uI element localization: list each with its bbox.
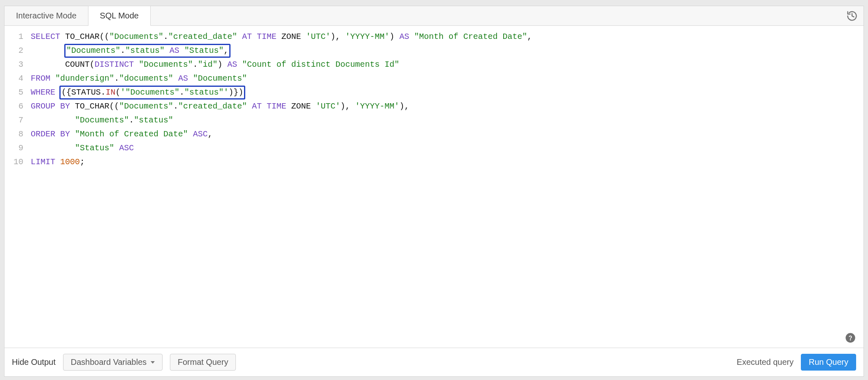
kw-select: SELECT	[31, 32, 60, 41]
tab-interactive-mode[interactable]: Interactive Mode	[5, 6, 88, 25]
help-icon[interactable]	[845, 332, 856, 344]
quote: '	[120, 88, 125, 97]
ident: "dundersign"	[55, 74, 114, 83]
kw: AT	[252, 102, 262, 111]
caret-down-icon	[151, 361, 155, 364]
paren: )	[228, 88, 233, 97]
ident: "id"	[198, 60, 217, 69]
quote: '	[224, 88, 228, 97]
string: 'YYYY-MM'	[355, 102, 399, 111]
dot: .	[114, 74, 119, 83]
code-line: 2 "Documents"."status" AS "Status",	[5, 44, 863, 58]
line-number: 2	[5, 44, 31, 58]
ident: "Documents"	[125, 88, 179, 97]
code-line: 4 FROM "dundersign"."documents" AS "Docu…	[5, 72, 863, 86]
semicolon: ;	[80, 157, 85, 167]
editor-panel: Interactive Mode SQL Mode 1 SELECT TO_CH…	[4, 6, 864, 377]
kw-asc: ASC	[119, 143, 134, 153]
line-number: 4	[5, 72, 31, 86]
comma: ,	[345, 102, 350, 111]
kw: ZONE	[281, 32, 301, 41]
kw-where: WHERE	[31, 88, 55, 97]
run-query-button[interactable]: Run Query	[801, 354, 856, 371]
line-number: 1	[5, 30, 31, 44]
editor-footer: Hide Output Dashboard Variables Format Q…	[5, 348, 863, 376]
ident: "status"	[125, 46, 165, 55]
kw: AS	[170, 46, 179, 55]
code-line: 10 LIMIT 1000;	[5, 155, 863, 169]
executed-query-link[interactable]: Executed query	[737, 357, 793, 367]
ident: "documents"	[119, 74, 173, 83]
ident: "status"	[184, 88, 224, 97]
ident: "Documents"	[66, 46, 120, 55]
paren: ((	[109, 102, 119, 111]
kw-by: BY	[60, 129, 70, 139]
ident: "Documents"	[75, 115, 129, 125]
kw-from: FROM	[31, 74, 50, 83]
ident: "Month of Created Date"	[414, 32, 527, 41]
ident: "Month of Created Date"	[75, 129, 188, 139]
ident: "Documents"	[193, 74, 247, 83]
kw: AT	[242, 32, 252, 41]
dashboard-variables-button[interactable]: Dashboard Variables	[63, 354, 163, 371]
paren: (	[61, 88, 66, 97]
string: 'UTC'	[306, 32, 330, 41]
line-number: 9	[5, 141, 31, 155]
comma: ,	[335, 32, 340, 41]
hide-output-link[interactable]: Hide Output	[12, 357, 56, 367]
dot: .	[101, 88, 106, 97]
kw: TIME	[257, 32, 276, 41]
ident: "Status"	[75, 143, 114, 153]
paren: (	[115, 88, 120, 97]
dot: .	[173, 102, 178, 111]
format-query-button[interactable]: Format Query	[170, 354, 236, 371]
ident: "Count of distinct Documents Id"	[242, 60, 399, 69]
paren: )	[217, 60, 222, 69]
line-number: 5	[5, 86, 31, 100]
paren: )	[330, 32, 335, 41]
history-icon[interactable]	[846, 10, 858, 22]
kw-group: GROUP	[31, 102, 55, 111]
paren: )	[399, 102, 404, 111]
kw: AS	[178, 74, 188, 83]
tab-sql-mode[interactable]: SQL Mode	[88, 6, 151, 26]
ident: "created_date"	[168, 32, 237, 41]
dot: .	[193, 60, 198, 69]
string: 'UTC'	[316, 102, 340, 111]
line-number: 7	[5, 113, 31, 127]
kw: DISTINCT	[95, 60, 134, 69]
brace: {	[66, 88, 71, 97]
kw: ZONE	[291, 102, 311, 111]
fn-tochar: TO_CHAR	[65, 32, 99, 41]
dot: .	[120, 46, 125, 55]
dot: .	[129, 115, 134, 125]
paren: )	[238, 88, 243, 97]
fn-count: COUNT	[65, 60, 90, 69]
highlight-box: ({STATUS.IN('"Documents"."status"')})	[59, 86, 245, 100]
dot: .	[163, 32, 168, 41]
kw-limit: LIMIT	[31, 157, 55, 167]
string: 'YYYY-MM'	[345, 32, 389, 41]
code-line: 3 COUNT(DISTINCT "Documents"."id") AS "C…	[5, 58, 863, 72]
sql-editor[interactable]: 1 SELECT TO_CHAR(("Documents"."created_d…	[5, 26, 863, 348]
paren: ((	[99, 32, 109, 41]
line-number: 3	[5, 58, 31, 72]
kw-order: ORDER	[31, 129, 55, 139]
kw-in: IN	[106, 88, 115, 97]
ident: "Documents"	[139, 60, 193, 69]
number-literal: 1000	[60, 157, 80, 167]
svg-point-0	[845, 333, 855, 342]
code-line: 7 "Documents"."status"	[5, 113, 863, 127]
kw-asc: ASC	[193, 129, 208, 139]
code-line: 1 SELECT TO_CHAR(("Documents"."created_d…	[5, 30, 863, 44]
kw-by: BY	[60, 102, 70, 111]
line-number: 10	[5, 155, 31, 169]
code-line: 9 "Status" ASC	[5, 141, 863, 155]
line-number: 8	[5, 127, 31, 141]
comma: ,	[404, 102, 409, 111]
ident: "Documents"	[119, 102, 173, 111]
ident: "created_date"	[178, 102, 247, 111]
comma: ,	[224, 46, 228, 55]
line-number: 6	[5, 100, 31, 113]
ident: "Documents"	[109, 32, 163, 41]
